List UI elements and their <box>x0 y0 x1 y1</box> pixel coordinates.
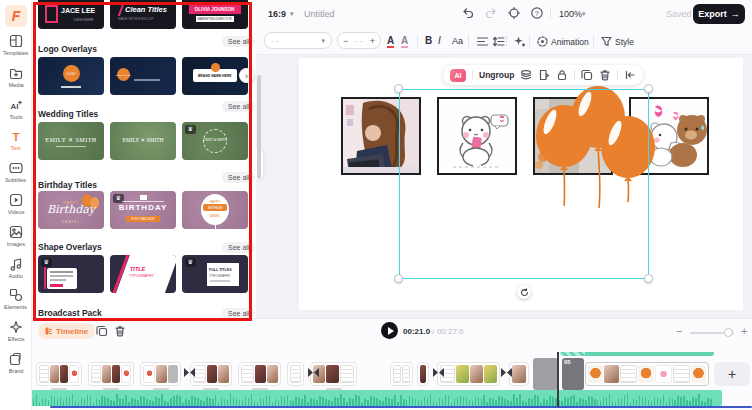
timeline-clip-selected[interactable]: 05 <box>562 358 584 390</box>
sidebar-item-brand[interactable]: Brand <box>0 351 32 381</box>
rotate-handle[interactable] <box>517 285 531 299</box>
timeline-clip[interactable] <box>509 362 529 386</box>
template-card[interactable]: ♛ <box>38 255 104 293</box>
transition-icon[interactable] <box>433 368 444 377</box>
delete-icon[interactable] <box>599 69 611 81</box>
timeline-tracks: 05 + <box>0 352 752 410</box>
animation-button[interactable]: Animation <box>551 37 589 47</box>
sidebar-item-templates[interactable]: Templates <box>0 33 32 63</box>
timeline-clip[interactable] <box>36 362 82 386</box>
copy-clip-icon[interactable] <box>96 325 108 337</box>
template-card[interactable]: EMILY ✕ SMITH <box>38 122 104 160</box>
lock-icon[interactable] <box>556 69 568 81</box>
delete-clip-icon[interactable] <box>114 325 126 337</box>
arrange-layer-icon[interactable] <box>538 69 550 81</box>
template-card[interactable]: ♛ FULL TITLES TYPOGRAPHY <box>182 255 248 293</box>
selection-handle-tr[interactable] <box>644 84 653 93</box>
help-icon[interactable]: ? <box>530 6 544 20</box>
template-card[interactable]: ♛ BIRTHDAY FOR CHAOUKIE <box>110 191 176 229</box>
audio-waveform[interactable] <box>3 390 722 406</box>
timeline-clip[interactable] <box>190 362 232 386</box>
project-title[interactable]: Untitled <box>304 9 335 19</box>
timeline-clip-group[interactable] <box>585 362 709 386</box>
sidebar-item-elements[interactable]: Elements <box>0 287 32 317</box>
export-button[interactable]: Export→ <box>693 4 745 24</box>
font-family-select[interactable]: - - ▾ <box>264 32 332 49</box>
redo-icon[interactable] <box>484 6 498 20</box>
next-templates-button[interactable]: › <box>239 68 254 83</box>
template-card[interactable]: EMILY ✕ SMITH <box>110 122 176 160</box>
font-color-button[interactable]: A <box>387 35 394 48</box>
tools-icon: AI <box>8 97 24 113</box>
timeline-clip[interactable] <box>88 362 134 386</box>
sidebar-item-effects[interactable]: Effects <box>0 319 32 349</box>
selection-handle-br[interactable] <box>644 274 653 283</box>
see-all-button[interactable]: See all <box>222 36 255 47</box>
template-card[interactable]: ♛ EMILY & SMITH <box>182 122 248 160</box>
template-card[interactable]: OLIVIA JOHNSON MARKETING DIRECTOR <box>182 0 248 29</box>
template-card[interactable]: TITLE TYPOGRAPHY <box>110 255 176 293</box>
timeline-clip[interactable] <box>437 362 500 386</box>
see-all-button[interactable]: See all <box>222 172 255 183</box>
flexclip-logo[interactable]: F <box>5 5 27 27</box>
selection-box[interactable] <box>399 89 649 279</box>
see-all-button[interactable]: See all <box>222 242 255 253</box>
selection-handle-tl[interactable] <box>394 84 403 93</box>
template-card[interactable]: JACE LEE DESIGNER <box>38 0 104 29</box>
panel-scrollbar[interactable] <box>257 75 261 179</box>
font-size-stepper[interactable]: − - - + <box>337 32 381 49</box>
highlight-color-button[interactable]: A <box>401 35 408 48</box>
zoom-level[interactable]: 100% <box>559 9 582 19</box>
media-icon <box>8 65 24 81</box>
timeline-zoom-knob[interactable] <box>724 328 733 337</box>
template-card[interactable]: HAPPY BIRTHDAY DANIEL <box>182 191 248 229</box>
template-card[interactable]: LOGO <box>38 57 104 95</box>
duplicate-icon[interactable] <box>581 69 593 81</box>
bold-button[interactable]: B <box>425 35 432 46</box>
line-spacing-icon[interactable] <box>492 35 505 48</box>
sidebar-item-text[interactable]: TText <box>0 128 32 158</box>
align-icon[interactable] <box>476 35 489 48</box>
transition-icon[interactable] <box>501 368 512 377</box>
style-button[interactable]: Style <box>615 37 634 47</box>
transition-icon[interactable] <box>184 368 195 377</box>
template-card[interactable]: HAPPY Birthday DANIEL <box>38 191 104 229</box>
sidebar-item-audio[interactable]: Audio <box>0 256 32 286</box>
ai-tools-button[interactable]: AI <box>450 69 466 82</box>
timeline-toggle-button[interactable]: Timeline <box>38 323 95 339</box>
aspect-ratio-select[interactable]: 16:9 <box>268 9 286 19</box>
layers-icon[interactable] <box>520 69 532 81</box>
italic-button[interactable]: I <box>438 35 441 46</box>
sidebar-item-media[interactable]: Media <box>0 65 32 95</box>
ungroup-button[interactable]: Ungroup <box>479 70 514 80</box>
divider <box>593 35 594 47</box>
arrow-right-icon: → <box>731 9 740 19</box>
zoom-in-timeline[interactable]: + <box>741 325 747 337</box>
preview-icon[interactable] <box>507 6 521 20</box>
timeline-clip[interactable] <box>287 362 304 386</box>
see-all-button[interactable]: See all <box>222 308 255 318</box>
sidebar-item-tools[interactable]: AITools <box>0 97 32 127</box>
timeline-clip[interactable] <box>390 362 413 386</box>
premium-crown-icon: ♛ <box>41 258 52 267</box>
see-all-button[interactable]: See all <box>222 101 255 112</box>
transition-icon[interactable] <box>308 368 319 377</box>
selection-handle-bl[interactable] <box>394 274 403 283</box>
sidebar-item-images[interactable]: Images <box>0 224 32 254</box>
play-button[interactable] <box>381 322 398 339</box>
sidebar-item-subtitles[interactable]: Subtitles <box>0 160 32 190</box>
music-track-bar[interactable] <box>50 406 752 409</box>
magic-sparkle-icon[interactable] <box>513 35 526 48</box>
zoom-out-timeline[interactable]: − <box>676 325 682 337</box>
case-button[interactable]: Aa <box>452 36 463 46</box>
template-card[interactable]: Clean Titles MADE WITH FLEXCLIP <box>110 0 176 29</box>
undo-icon[interactable] <box>461 6 475 20</box>
timeline-clip-selected[interactable] <box>533 358 558 390</box>
template-card[interactable]: LOGO NAME <box>110 57 176 95</box>
timeline-clip[interactable] <box>238 362 281 386</box>
timeline-clip[interactable] <box>417 362 429 386</box>
collapse-toolbar-icon[interactable] <box>624 69 636 81</box>
timeline-clip[interactable] <box>140 362 181 386</box>
add-media-button[interactable]: + <box>714 362 750 386</box>
sidebar-item-videos[interactable]: Videos <box>0 192 32 222</box>
